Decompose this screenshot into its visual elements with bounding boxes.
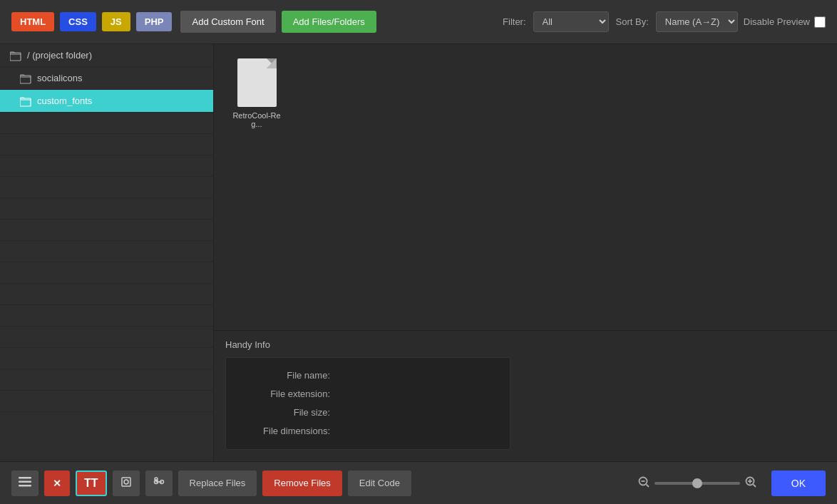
file-icon-retrocool — [237, 58, 277, 107]
sidebar-item-socialicons[interactable]: socialicons — [0, 67, 213, 90]
handy-info-panel: Handy Info File name: File extension: Fi… — [214, 330, 837, 461]
zoom-out-icon[interactable] — [637, 475, 650, 491]
disable-preview-label: Disable Preview — [744, 16, 810, 27]
sidebar-custom-fonts-label: custom_fonts — [37, 96, 92, 106]
folder-icon — [10, 51, 21, 61]
svg-rect-5 — [19, 485, 31, 487]
sidebar-empty-row — [0, 326, 213, 348]
sidebar-empty-row — [0, 369, 213, 391]
filter-select[interactable]: All Images Scripts Stylesheets Fonts — [533, 11, 609, 32]
add-item-button[interactable] — [11, 470, 38, 496]
file-extension-label: File extension: — [237, 385, 330, 403]
svg-point-7 — [124, 480, 128, 484]
delete-button[interactable]: ✕ — [44, 470, 70, 496]
sidebar-empty-row — [0, 134, 213, 155]
svg-line-15 — [646, 484, 649, 487]
sidebar-empty-row — [0, 155, 213, 177]
tab-css[interactable]: CSS — [60, 12, 96, 31]
sidebar-item-custom-fonts[interactable]: custom_fonts — [0, 90, 213, 113]
filter-sort-area: Filter: All Images Scripts Stylesheets F… — [503, 11, 738, 32]
zoom-slider[interactable] — [654, 482, 740, 485]
crop-button[interactable] — [113, 470, 140, 496]
add-custom-font-button[interactable]: Add Custom Font — [180, 11, 275, 33]
sidebar-empty-row — [0, 348, 213, 369]
top-toolbar: HTML CSS JS PHP Add Custom Font Add File… — [0, 0, 837, 44]
sidebar-root-label: / (project folder) — [27, 50, 92, 61]
folder-icon-socialicons — [20, 73, 31, 83]
sidebar-empty-row — [0, 198, 213, 220]
file-name-label: File name: — [237, 366, 330, 385]
svg-line-19 — [753, 485, 756, 488]
add-list-icon — [19, 476, 31, 490]
delete-icon: ✕ — [53, 478, 61, 489]
svg-rect-6 — [122, 478, 130, 486]
replace-files-button[interactable]: Replace Files — [178, 470, 257, 496]
file-item-retrocool[interactable]: RetroCool-Reg... — [228, 58, 285, 128]
info-row-extension: File extension: — [237, 385, 498, 403]
sidebar-empty-row — [0, 284, 213, 305]
sidebar-empty-row — [0, 220, 213, 241]
sort-select[interactable]: Name (A→Z) Name (Z→A) Date Size — [656, 11, 738, 32]
handy-info-title: Handy Info — [225, 339, 826, 350]
sidebar-empty-row — [0, 305, 213, 326]
remove-files-button[interactable]: Remove Files — [262, 470, 342, 496]
add-files-folders-button[interactable]: Add Files/Folders — [282, 11, 376, 33]
sort-label: Sort By: — [616, 16, 649, 27]
info-row-filename: File name: — [237, 366, 498, 385]
sidebar-empty-row — [0, 262, 213, 284]
tt-button[interactable]: TT — [76, 470, 107, 496]
sidebar-item-root[interactable]: / (project folder) — [0, 44, 213, 67]
tab-html[interactable]: HTML — [11, 12, 54, 31]
file-size-label: File size: — [237, 403, 330, 422]
info-row-dimensions: File dimensions: — [237, 422, 498, 441]
disable-preview-area: Disable Preview — [744, 16, 826, 28]
svg-rect-4 — [19, 480, 31, 483]
edit-code-button[interactable]: Edit Code — [348, 470, 411, 496]
ok-button[interactable]: OK — [771, 470, 826, 496]
crop-icon — [120, 475, 133, 491]
star-icon — [153, 475, 165, 491]
sidebar-empty-row — [0, 177, 213, 198]
zoom-in-icon[interactable] — [744, 475, 757, 490]
file-grid: RetroCool-Reg... — [214, 44, 837, 330]
main-content: / (project folder) socialicons custo — [0, 44, 837, 461]
sidebar-empty-row — [0, 113, 213, 134]
info-box: File name: File extension: File size: Fi… — [225, 357, 510, 450]
sidebar-empty-row — [0, 391, 213, 412]
tab-php[interactable]: PHP — [136, 12, 173, 31]
tab-js[interactable]: JS — [102, 12, 130, 31]
file-label-retrocool: RetroCool-Reg... — [228, 111, 285, 128]
info-row-size: File size: — [237, 403, 498, 422]
sidebar-empty-row — [0, 241, 213, 262]
svg-rect-3 — [19, 477, 31, 479]
file-dimensions-label: File dimensions: — [237, 422, 330, 441]
bottom-toolbar: ✕ TT Replace Files Remove Files Edit Cod… — [0, 461, 837, 504]
zoom-area — [637, 475, 757, 491]
sidebar-socialicons-label: socialicons — [37, 73, 83, 83]
file-area: RetroCool-Reg... Handy Info File name: F… — [214, 44, 837, 461]
sidebar: / (project folder) socialicons custo — [0, 44, 214, 461]
star-button[interactable] — [145, 470, 173, 496]
folder-icon-custom-fonts — [20, 96, 31, 106]
filter-label: Filter: — [503, 16, 526, 27]
disable-preview-checkbox[interactable] — [814, 16, 826, 28]
